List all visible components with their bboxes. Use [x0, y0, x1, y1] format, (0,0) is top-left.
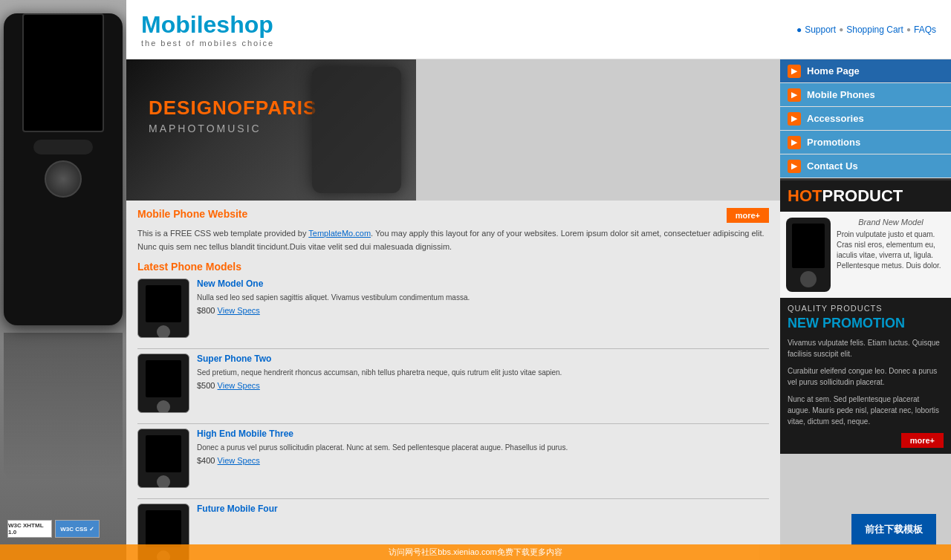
left-content: DESIGNOFPARIS MAPHOTOMUSIC Mobile Phone … [126, 59, 780, 560]
price-val-2: $500 [197, 381, 215, 390]
hero-banner: DESIGNOFPARIS MAPHOTOMUSIC [126, 59, 416, 201]
phone-img-2 [137, 354, 189, 413]
download-template-btn[interactable]: 前往下载模板 [851, 514, 936, 545]
hp-description: Proin vulputate justo et quam. Cras nisl… [837, 229, 945, 271]
phone-info-3: High End Mobile Three Donec a purus vel … [197, 429, 568, 465]
main-container: Mobileshop the best of mobiles choice ● … [126, 0, 951, 560]
phone-image [4, 13, 123, 325]
sidebar-label-home: Home Page [807, 65, 860, 76]
sidebar-item-home[interactable]: ▶ Home Page [780, 59, 951, 83]
sidebar-nav: ▶ Home Page ▶ Mobile Phones ▶ Accessorie… [780, 59, 951, 178]
divider-1 [137, 348, 769, 349]
hp-header: HOTPRODUCT [780, 180, 951, 212]
pi-screen-3 [146, 435, 181, 472]
hero-line1: DESIGNOFPARIS [149, 97, 317, 120]
separator2: ● [906, 25, 911, 33]
product-text: PRODUCT [822, 186, 903, 205]
phone-info-4: Future Mobile Four [197, 504, 278, 517]
qp-para2: Curabitur eleifend congue leo. Donec a p… [788, 365, 944, 388]
hero-line2: MAPHOTOMUSIC [149, 123, 317, 134]
hero-text: DESIGNOFPARIS MAPHOTOMUSIC [149, 97, 317, 134]
pi-screen-1 [146, 285, 181, 322]
w3c-xhtml-badge: W3C XHTML 1.0 [7, 520, 52, 538]
phone-price-2: $500 View Specs [197, 381, 562, 390]
qp-para1: Vivamus vulputate felis. Etiam luctus. Q… [788, 337, 944, 359]
phone-title-1[interactable]: New Model One [197, 279, 470, 289]
phone-title-4[interactable]: Future Mobile Four [197, 504, 278, 514]
phone-icon: ▶ [788, 88, 801, 102]
content-area: DESIGNOFPARIS MAPHOTOMUSIC Mobile Phone … [126, 59, 951, 560]
hp-content: Brand New Model Proin vulputate justo et… [780, 212, 951, 298]
top-nav: ● Support ● Shopping Cart ● FAQs [796, 25, 936, 35]
qp-title: NEW PROMOTION [788, 316, 944, 331]
hero-phone-bg [312, 67, 401, 193]
templatemo-link[interactable]: TemplateMo.com [308, 229, 371, 238]
sidebar-item-mobile-phones[interactable]: ▶ Mobile Phones [780, 83, 951, 107]
logo-tagline: the best of mobiles choice [141, 39, 274, 48]
price-val-3: $400 [197, 456, 215, 465]
watermark-bar: 访问网号社区bbs.xieniao.com免费下载更多内容 [0, 544, 951, 560]
phone-item-3: High End Mobile Three Donec a purus vel … [137, 429, 769, 488]
logo-black: Mobile [141, 11, 216, 38]
divider-3 [137, 498, 769, 499]
intro-text: This is a FREE CSS web template provided… [137, 227, 769, 253]
hero-design: DESIGNOF [149, 97, 256, 119]
section-title-text: Mobile Phone Website [137, 208, 247, 220]
qp-label: QUALITY PRODUCTS [788, 304, 944, 313]
phone-nav-btn [45, 160, 82, 198]
phone-item-2: Super Phone Two Sed pretium, neque hendr… [137, 354, 769, 413]
pi-nav-1 [157, 325, 170, 338]
price-val-1: $800 [197, 306, 215, 315]
phone-title-2[interactable]: Super Phone Two [197, 354, 562, 364]
phone-info-2: Super Phone Two Sed pretium, neque hendr… [197, 354, 562, 390]
phone-price-1: $800 View Specs [197, 306, 470, 315]
phone-title-3[interactable]: High End Mobile Three [197, 429, 568, 439]
sidebar-label-contact: Contact Us [807, 160, 858, 172]
hp-brand: Brand New Model [837, 218, 945, 227]
logo-blue: shop [216, 11, 273, 38]
phone-price-3: $400 View Specs [197, 456, 568, 465]
qp-para3: Nunc at sem. Sed pellentesque placerat a… [788, 394, 944, 427]
view-specs-2[interactable]: View Specs [218, 381, 260, 390]
phone-desc-2: Sed pretium, neque hendrerit rhoncus acc… [197, 367, 562, 378]
sidebar-item-contact[interactable]: ▶ Contact Us [780, 154, 951, 178]
phone-desc-1: Nulla sed leo sed sapien sagittis alique… [197, 292, 470, 303]
more-button[interactable]: more+ [727, 208, 769, 223]
phone-item-1: New Model One Nulla sed leo sed sapien s… [137, 279, 769, 338]
pi-nav-3 [157, 475, 170, 488]
home-icon: ▶ [788, 65, 801, 78]
contact-icon: ▶ [788, 160, 801, 173]
pi-nav-2 [157, 400, 170, 413]
hp-info: Brand New Model Proin vulputate justo et… [837, 218, 945, 292]
pi-screen-4 [146, 510, 181, 547]
faqs-link[interactable]: FAQs [914, 25, 936, 35]
hot-text: HOT [788, 186, 822, 205]
bullet: ● [796, 25, 802, 35]
phone-desc-3: Donec a purus vel purus sollicitudin pla… [197, 442, 568, 453]
w3c-badges: W3C XHTML 1.0 W3C CSS ✓ [7, 520, 100, 538]
promotions-icon: ▶ [788, 136, 801, 149]
hp-screen [792, 224, 825, 268]
hot-product-section: HOTPRODUCT Brand New Model Proin vulputa… [780, 178, 951, 298]
separator1: ● [839, 25, 843, 33]
hp-nav [800, 271, 817, 287]
sidebar-item-promotions[interactable]: ▶ Promotions [780, 131, 951, 154]
hero-paris: PARIS [256, 97, 317, 119]
view-specs-3[interactable]: View Specs [218, 456, 260, 465]
latest-title: Latest Phone Models [137, 261, 769, 273]
left-phone-panel: W3C XHTML 1.0 W3C CSS ✓ [0, 0, 126, 560]
phone-img-3 [137, 429, 189, 488]
phone-keypad [33, 140, 93, 154]
section-title: Mobile Phone Website more+ [137, 208, 769, 223]
shopping-cart-link[interactable]: Shopping Cart [846, 25, 903, 35]
w3c-css-badge: W3C CSS ✓ [55, 520, 100, 538]
view-specs-1[interactable]: View Specs [218, 306, 260, 315]
sidebar-label-accessories: Accessories [807, 113, 864, 124]
phone-reflection [4, 333, 123, 481]
sidebar-item-accessories[interactable]: ▶ Accessories [780, 107, 951, 131]
qp-more-btn[interactable]: more+ [901, 433, 944, 448]
sidebar-label-phones: Mobile Phones [807, 89, 875, 100]
support-link[interactable]: Support [805, 25, 836, 35]
main-content: Mobile Phone Website more+ This is a FRE… [126, 201, 780, 560]
pi-screen-2 [146, 360, 181, 397]
